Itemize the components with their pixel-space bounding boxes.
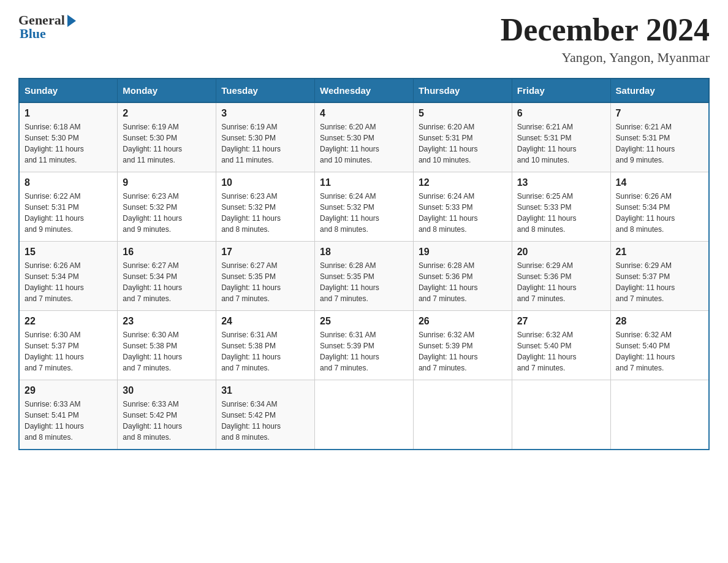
- calendar-cell: 13 Sunrise: 6:25 AMSunset: 5:33 PMDaylig…: [512, 172, 610, 242]
- day-info: Sunrise: 6:21 AMSunset: 5:31 PMDaylight:…: [517, 123, 577, 164]
- calendar-cell: 20 Sunrise: 6:29 AMSunset: 5:36 PMDaylig…: [512, 242, 610, 311]
- day-info: Sunrise: 6:23 AMSunset: 5:32 PMDaylight:…: [221, 192, 281, 234]
- day-info: Sunrise: 6:21 AMSunset: 5:31 PMDaylight:…: [616, 123, 675, 164]
- day-number: 29: [25, 385, 112, 396]
- calendar-cell: 31 Sunrise: 6:34 AMSunset: 5:42 PMDaylig…: [216, 380, 315, 450]
- day-info: Sunrise: 6:30 AMSunset: 5:37 PMDaylight:…: [25, 331, 84, 372]
- calendar-cell: [315, 380, 414, 450]
- calendar-cell: 22 Sunrise: 6:30 AMSunset: 5:37 PMDaylig…: [19, 311, 118, 380]
- day-info: Sunrise: 6:24 AMSunset: 5:32 PMDaylight:…: [320, 192, 379, 234]
- calendar-cell: 27 Sunrise: 6:32 AMSunset: 5:40 PMDaylig…: [512, 311, 610, 380]
- header-day-wednesday: Wednesday: [315, 79, 414, 102]
- calendar-cell: 1 Sunrise: 6:18 AMSunset: 5:30 PMDayligh…: [19, 102, 118, 172]
- day-info: Sunrise: 6:34 AMSunset: 5:42 PMDaylight:…: [221, 400, 281, 442]
- day-info: Sunrise: 6:20 AMSunset: 5:30 PMDaylight:…: [320, 123, 379, 164]
- header-day-saturday: Saturday: [610, 79, 709, 102]
- week-row-2: 8 Sunrise: 6:22 AMSunset: 5:31 PMDayligh…: [19, 172, 709, 242]
- calendar-cell: 6 Sunrise: 6:21 AMSunset: 5:31 PMDayligh…: [512, 102, 610, 172]
- week-row-4: 22 Sunrise: 6:30 AMSunset: 5:37 PMDaylig…: [19, 311, 709, 380]
- calendar-cell: 25 Sunrise: 6:31 AMSunset: 5:39 PMDaylig…: [315, 311, 414, 380]
- header-day-tuesday: Tuesday: [216, 79, 315, 102]
- day-number: 17: [221, 247, 309, 258]
- calendar-cell: [512, 380, 610, 450]
- day-number: 10: [221, 177, 309, 188]
- calendar-cell: [413, 380, 512, 450]
- header-day-sunday: Sunday: [19, 79, 118, 102]
- calendar-cell: 15 Sunrise: 6:26 AMSunset: 5:34 PMDaylig…: [19, 242, 118, 311]
- day-number: 9: [123, 177, 211, 188]
- day-info: Sunrise: 6:19 AMSunset: 5:30 PMDaylight:…: [221, 123, 281, 164]
- calendar-cell: 28 Sunrise: 6:32 AMSunset: 5:40 PMDaylig…: [610, 311, 709, 380]
- day-info: Sunrise: 6:22 AMSunset: 5:31 PMDaylight:…: [25, 192, 84, 234]
- day-number: 16: [123, 247, 211, 258]
- title-section: December 2024 Yangon, Yangon, Myanmar: [501, 12, 710, 66]
- week-row-1: 1 Sunrise: 6:18 AMSunset: 5:30 PMDayligh…: [19, 102, 709, 172]
- location-text: Yangon, Yangon, Myanmar: [501, 50, 710, 66]
- week-row-5: 29 Sunrise: 6:33 AMSunset: 5:41 PMDaylig…: [19, 380, 709, 450]
- calendar-cell: 24 Sunrise: 6:31 AMSunset: 5:38 PMDaylig…: [216, 311, 315, 380]
- day-info: Sunrise: 6:31 AMSunset: 5:38 PMDaylight:…: [221, 331, 281, 372]
- month-title: December 2024: [501, 12, 710, 47]
- day-info: Sunrise: 6:23 AMSunset: 5:32 PMDaylight:…: [123, 192, 182, 234]
- day-number: 2: [123, 108, 211, 119]
- day-info: Sunrise: 6:32 AMSunset: 5:40 PMDaylight:…: [517, 331, 577, 372]
- day-info: Sunrise: 6:18 AMSunset: 5:30 PMDaylight:…: [25, 123, 84, 164]
- calendar-cell: 30 Sunrise: 6:33 AMSunset: 5:42 PMDaylig…: [118, 380, 216, 450]
- calendar-cell: 14 Sunrise: 6:26 AMSunset: 5:34 PMDaylig…: [610, 172, 709, 242]
- week-row-3: 15 Sunrise: 6:26 AMSunset: 5:34 PMDaylig…: [19, 242, 709, 311]
- calendar-cell: 21 Sunrise: 6:29 AMSunset: 5:37 PMDaylig…: [610, 242, 709, 311]
- day-info: Sunrise: 6:32 AMSunset: 5:39 PMDaylight:…: [419, 331, 478, 372]
- logo-arrow-icon: [67, 15, 76, 27]
- calendar-cell: [610, 380, 709, 450]
- calendar-cell: 4 Sunrise: 6:20 AMSunset: 5:30 PMDayligh…: [315, 102, 414, 172]
- day-number: 20: [517, 247, 605, 258]
- calendar-cell: 23 Sunrise: 6:30 AMSunset: 5:38 PMDaylig…: [118, 311, 216, 380]
- calendar-cell: 12 Sunrise: 6:24 AMSunset: 5:33 PMDaylig…: [413, 172, 512, 242]
- day-number: 24: [221, 316, 309, 327]
- day-number: 30: [123, 385, 211, 396]
- day-number: 13: [517, 177, 605, 188]
- header-day-monday: Monday: [118, 79, 216, 102]
- day-info: Sunrise: 6:26 AMSunset: 5:34 PMDaylight:…: [616, 192, 675, 234]
- day-info: Sunrise: 6:32 AMSunset: 5:40 PMDaylight:…: [616, 331, 675, 372]
- day-number: 1: [25, 108, 112, 119]
- day-number: 23: [123, 316, 211, 327]
- day-info: Sunrise: 6:19 AMSunset: 5:30 PMDaylight:…: [123, 123, 182, 164]
- header-row: SundayMondayTuesdayWednesdayThursdayFrid…: [19, 79, 709, 102]
- calendar-table: SundayMondayTuesdayWednesdayThursdayFrid…: [18, 78, 710, 450]
- day-info: Sunrise: 6:25 AMSunset: 5:33 PMDaylight:…: [517, 192, 577, 234]
- logo: General Blue: [18, 12, 76, 42]
- day-number: 22: [25, 316, 112, 327]
- day-number: 4: [320, 108, 408, 119]
- calendar-cell: 29 Sunrise: 6:33 AMSunset: 5:41 PMDaylig…: [19, 380, 118, 450]
- calendar-cell: 3 Sunrise: 6:19 AMSunset: 5:30 PMDayligh…: [216, 102, 315, 172]
- day-number: 21: [616, 247, 703, 258]
- day-number: 18: [320, 247, 408, 258]
- calendar-cell: 26 Sunrise: 6:32 AMSunset: 5:39 PMDaylig…: [413, 311, 512, 380]
- day-info: Sunrise: 6:29 AMSunset: 5:36 PMDaylight:…: [517, 261, 577, 303]
- day-number: 11: [320, 177, 408, 188]
- day-number: 3: [221, 108, 309, 119]
- day-info: Sunrise: 6:26 AMSunset: 5:34 PMDaylight:…: [25, 261, 84, 303]
- header-day-friday: Friday: [512, 79, 610, 102]
- day-info: Sunrise: 6:28 AMSunset: 5:36 PMDaylight:…: [419, 261, 478, 303]
- day-info: Sunrise: 6:31 AMSunset: 5:39 PMDaylight:…: [320, 331, 379, 372]
- day-number: 31: [221, 385, 309, 396]
- day-number: 5: [419, 108, 507, 119]
- day-number: 14: [616, 177, 703, 188]
- day-info: Sunrise: 6:27 AMSunset: 5:34 PMDaylight:…: [123, 261, 182, 303]
- calendar-cell: 8 Sunrise: 6:22 AMSunset: 5:31 PMDayligh…: [19, 172, 118, 242]
- day-number: 8: [25, 177, 112, 188]
- day-info: Sunrise: 6:27 AMSunset: 5:35 PMDaylight:…: [221, 261, 281, 303]
- calendar-cell: 5 Sunrise: 6:20 AMSunset: 5:31 PMDayligh…: [413, 102, 512, 172]
- calendar-cell: 2 Sunrise: 6:19 AMSunset: 5:30 PMDayligh…: [118, 102, 216, 172]
- day-number: 28: [616, 316, 703, 327]
- day-info: Sunrise: 6:30 AMSunset: 5:38 PMDaylight:…: [123, 331, 182, 372]
- day-info: Sunrise: 6:24 AMSunset: 5:33 PMDaylight:…: [419, 192, 478, 234]
- day-info: Sunrise: 6:33 AMSunset: 5:41 PMDaylight:…: [25, 400, 84, 442]
- calendar-cell: 7 Sunrise: 6:21 AMSunset: 5:31 PMDayligh…: [610, 102, 709, 172]
- calendar-cell: 9 Sunrise: 6:23 AMSunset: 5:32 PMDayligh…: [118, 172, 216, 242]
- calendar-cell: 17 Sunrise: 6:27 AMSunset: 5:35 PMDaylig…: [216, 242, 315, 311]
- day-info: Sunrise: 6:33 AMSunset: 5:42 PMDaylight:…: [123, 400, 182, 442]
- day-number: 6: [517, 108, 605, 119]
